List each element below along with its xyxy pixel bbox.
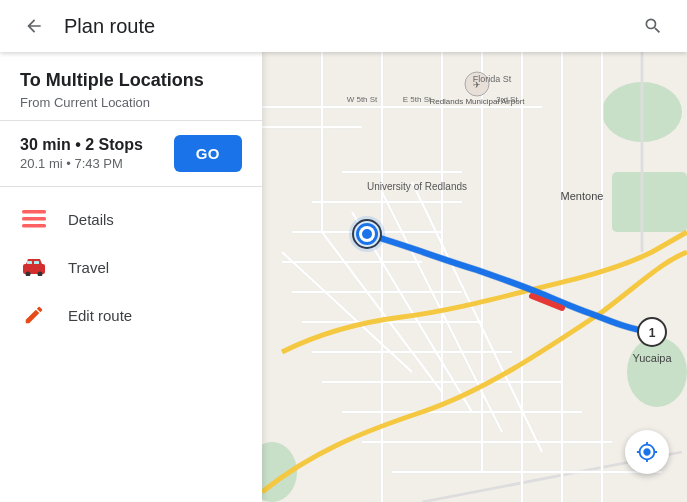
top-bar: Plan route [0,0,687,52]
svg-rect-12 [612,172,687,232]
travel-label: Travel [68,259,109,276]
route-time: 30 min • 2 Stops [20,136,143,154]
svg-text:University of Redlands: University of Redlands [367,181,467,192]
route-distance: 20.1 mi • 7:43 PM [20,156,143,171]
svg-rect-7 [27,261,32,264]
svg-rect-8 [34,261,39,264]
svg-rect-0 [22,210,46,214]
edit-route-label: Edit route [68,307,132,324]
car-icon [20,257,48,277]
route-stats-info: 30 min • 2 Stops 20.1 mi • 7:43 PM [20,136,143,171]
menu-items: Details Travel [0,187,262,347]
svg-point-75 [362,229,372,239]
route-info-header: To Multiple Locations From Current Locat… [0,52,262,121]
side-panel: To Multiple Locations From Current Locat… [0,52,262,502]
svg-text:Florida St: Florida St [473,74,512,84]
go-button[interactable]: GO [174,135,242,172]
route-stats-row: 30 min • 2 Stops 20.1 mi • 7:43 PM GO [0,121,262,187]
svg-point-13 [627,337,687,407]
menu-item-travel[interactable]: Travel [0,243,262,291]
svg-rect-1 [22,217,46,221]
svg-rect-2 [22,224,46,228]
svg-text:E 5th St: E 5th St [403,95,432,104]
svg-text:1: 1 [649,326,656,340]
search-button[interactable] [635,8,671,44]
menu-item-edit-route[interactable]: Edit route [0,291,262,339]
pencil-icon [20,305,48,325]
details-label: Details [68,211,114,228]
svg-text:Mentone: Mentone [561,190,604,202]
menu-item-details[interactable]: Details [0,195,262,243]
svg-text:W 5th St: W 5th St [347,95,378,104]
destination-title: To Multiple Locations [20,70,242,91]
details-icon [20,209,48,229]
origin-label: From Current Location [20,95,242,110]
svg-text:3rd St: 3rd St [496,95,518,104]
back-button[interactable] [16,8,52,44]
svg-text:Yucaipa: Yucaipa [632,352,672,364]
map-svg: 2 1 ✈ Redlands Municipal Airport Mentone… [262,52,687,502]
location-button[interactable] [625,430,669,474]
page-title: Plan route [64,15,635,38]
